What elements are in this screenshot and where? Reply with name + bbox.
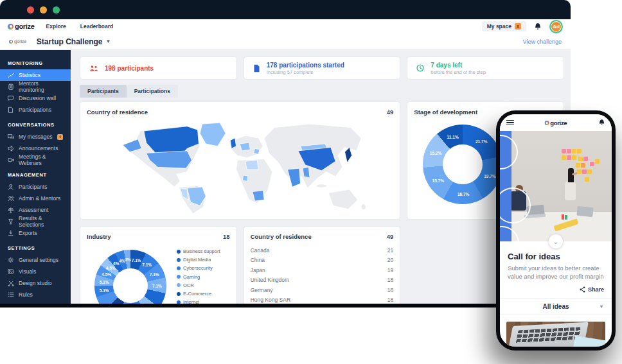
map-australia (328, 189, 357, 209)
megaphone-icon (8, 145, 14, 152)
avatar[interactable]: Ad (549, 20, 563, 33)
phone-mockup: gorize ⌄ Call for ideas Submit your idea… (496, 110, 616, 351)
stat-card-participants: 198 participants (80, 56, 237, 80)
map-country-greenland (200, 123, 226, 146)
share-label: Share (588, 286, 604, 293)
tab-participations[interactable]: Participations (127, 85, 178, 98)
legend-label: E-Commerce (183, 291, 211, 297)
sticky-note (562, 149, 566, 153)
all-ideas-dropdown[interactable]: All ideas ▾ (500, 298, 612, 315)
hamburger-menu-icon[interactable] (506, 119, 514, 127)
window-bottom-edge (0, 304, 571, 308)
legend-item: Digital Media (177, 256, 233, 264)
bell-icon[interactable] (534, 22, 542, 31)
idea-card-image[interactable] (506, 322, 605, 347)
my-space-label: My space (487, 23, 511, 30)
card-industry: Industry 18 7.1%7.1%7.1%7.1%5.1%5.1%4.5%… (80, 226, 237, 308)
sticky-note (567, 149, 571, 153)
sidebar-item-design-studio[interactable]: Design studio (0, 277, 71, 289)
sidebar-item-label: General settings (19, 257, 58, 263)
country-value: 18 (387, 287, 393, 293)
legend-label: Digital Media (183, 257, 211, 263)
sticky-note (585, 177, 589, 182)
sidebar-item-assessment[interactable]: Assessment (0, 204, 71, 216)
sidebar-item-announcements[interactable]: Announcements (0, 143, 71, 154)
card-country-table: Country of residence 49 Canada21China20J… (244, 226, 401, 308)
donut-label: 7.1% (132, 257, 141, 262)
messages-badge: 4 (57, 134, 63, 140)
industry-legend: Business supportDigital MediaCybersecuri… (177, 247, 233, 308)
share-button[interactable]: Share (508, 286, 604, 293)
decor-ring (500, 135, 518, 169)
sidebar-item-visuals[interactable]: Visuals (0, 266, 71, 277)
donut-label: 15.2% (430, 151, 441, 155)
challenge-info: Call for ideas Submit your ideas to bett… (500, 241, 612, 298)
sidebar-item-discussion-wall[interactable]: Discussion wall (0, 92, 71, 104)
laptop2-screen (576, 206, 593, 218)
agorize-logo[interactable]: gorize (8, 22, 35, 30)
sidebar-item-label: Mentors monitoring (19, 80, 63, 93)
file-icon (253, 64, 260, 73)
brand-wordmark: gorize (15, 22, 35, 30)
phone-bell-icon[interactable] (598, 119, 605, 126)
view-challenge-link[interactable]: View challenge (523, 39, 562, 45)
deadline-sub: before the end of the step (431, 69, 485, 75)
sidebar-item-exports[interactable]: Exports (0, 227, 71, 239)
phone-challenge-title: Call for ideas (508, 252, 604, 261)
sticky-note (572, 149, 576, 153)
minimize-window-button[interactable] (40, 6, 47, 13)
country-row: United Kingdom18 (251, 275, 394, 286)
donut-label: 21.7% (475, 139, 487, 144)
sidebar-item-results-selections[interactable]: Results & Selections (0, 216, 71, 227)
sidebar: MONITORINGStatisticsMentors monitoringDi… (0, 50, 71, 308)
sidebar-item-participants[interactable]: Participants (0, 181, 71, 193)
sticky-note (590, 162, 594, 166)
close-window-button[interactable] (27, 6, 34, 13)
nav-link-leaderboard[interactable]: Leaderboard (80, 23, 114, 30)
sidebar-item-participations[interactable]: Participations (0, 104, 71, 116)
sidebar-item-label: My messages (19, 134, 52, 140)
legend-item: Business support (177, 247, 233, 256)
zoom-window-button[interactable] (53, 6, 60, 13)
legend-dot (177, 275, 181, 279)
challenge-dropdown-caret-icon[interactable]: ▼ (106, 39, 111, 44)
legend-label: Business support (183, 248, 220, 254)
challenge-brand-text: gorize (14, 39, 26, 44)
legend-label: Cybersecurity (183, 265, 213, 271)
donut-label: 19.7% (484, 174, 495, 178)
stat-card-participations: 178 participations started Including 57 … (244, 56, 401, 80)
share-icon (580, 286, 585, 293)
challenge-title: Startup Challenge (37, 37, 103, 46)
sidebar-item-general-settings[interactable]: General settings (0, 254, 71, 266)
all-ideas-label: All ideas (542, 303, 569, 310)
agorize-logo-icon (8, 24, 13, 30)
collapse-cover-button[interactable]: ⌄ (549, 234, 563, 248)
sidebar-item-admin-mentors[interactable]: Admin & Mentors (0, 193, 71, 204)
sticky-note (582, 169, 587, 174)
sidebar-item-meetings-webinars[interactable]: Meetings & Webinars (0, 154, 71, 166)
sidebar-item-mentors-monitoring[interactable]: Mentors monitoring (0, 81, 71, 92)
country-value: 20 (387, 257, 393, 263)
participations-count: 178 participations started (267, 62, 344, 69)
map-country-japan (345, 147, 352, 162)
sidebar-item-label: Design studio (19, 280, 52, 286)
sidebar-item-my-messages[interactable]: My messages4 (0, 131, 71, 143)
countries-card-count: 49 (387, 233, 394, 240)
phone-header: gorize (500, 114, 612, 131)
sidebar-item-label: Exports (19, 230, 37, 236)
stat-card-deadline: 7 days left before the end of the step (407, 56, 564, 80)
list-icon (8, 291, 14, 299)
sidebar-item-label: Assessment (19, 207, 48, 213)
donut-label: 4% (113, 261, 119, 266)
sidebar-item-statistics[interactable]: Statistics (0, 69, 71, 81)
sidebar-item-label: Announcements (19, 145, 58, 152)
my-space-button[interactable]: My space 8 (482, 21, 526, 31)
nav-link-explore[interactable]: Explore (46, 23, 66, 30)
legend-dot (177, 250, 181, 254)
scale-icon (8, 207, 14, 214)
sidebar-item-rules[interactable]: Rules (0, 289, 71, 300)
tab-participants[interactable]: Participants (80, 85, 127, 98)
gear-icon (8, 257, 14, 264)
sidebar-item-label: Visuals (19, 268, 36, 275)
country-value: 21 (387, 247, 393, 254)
